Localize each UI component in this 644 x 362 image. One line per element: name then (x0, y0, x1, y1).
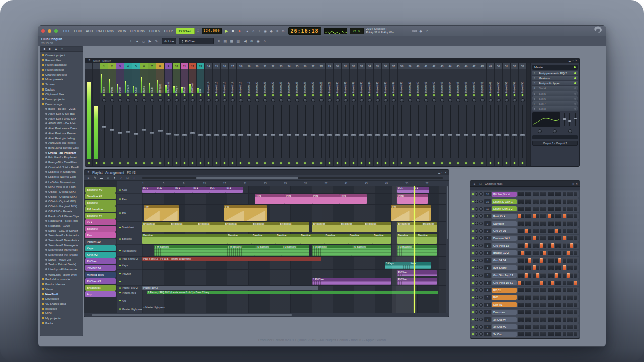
mixer-strip-17[interactable]: 17Insert 17 (229, 63, 237, 166)
step-4[interactable] (528, 258, 531, 263)
step-9[interactable] (548, 221, 551, 226)
playlist-titlebar[interactable]: ≡ Playlist - Arrangement - FX #3 ▁□✕ (84, 170, 449, 175)
step-4[interactable] (528, 199, 531, 204)
mixer-strip-number[interactable]: 17 (229, 63, 236, 69)
mixer-fader[interactable] (293, 104, 301, 159)
step-9[interactable] (548, 258, 551, 263)
step-4[interactable] (528, 295, 531, 300)
close-button[interactable]: ✕ (575, 58, 577, 63)
step-8[interactable] (543, 229, 546, 233)
step-6[interactable] (536, 325, 539, 329)
channel-volume-knob[interactable] (479, 296, 483, 299)
step-1[interactable] (518, 229, 521, 233)
step-12[interactable] (558, 192, 561, 196)
mixer-mute-led[interactable] (296, 162, 298, 164)
step-16[interactable] (574, 221, 577, 226)
step-15[interactable] (570, 221, 573, 226)
step-7[interactable] (540, 236, 543, 240)
step-2[interactable] (521, 243, 524, 248)
pattern-button[interactable]: Bassline #2 (85, 193, 116, 199)
mixer-strip-number[interactable]: 28 (317, 63, 325, 69)
mixer-mute-led[interactable] (143, 162, 145, 164)
playlist-v-scrollbar[interactable] (446, 181, 449, 313)
mixer-fader[interactable] (422, 104, 430, 159)
track-enable-led[interactable] (119, 227, 121, 228)
step-3[interactable] (525, 192, 528, 196)
mixer-strip-number[interactable]: 6 (140, 63, 148, 69)
mixer-mute-led[interactable] (248, 162, 250, 164)
mixer-pan-knob[interactable] (408, 98, 412, 102)
step-3[interactable] (525, 207, 528, 211)
mixer-fader[interactable] (430, 104, 438, 159)
step-2[interactable] (521, 332, 524, 336)
step-5[interactable] (533, 221, 536, 226)
mixer-fader-handle[interactable] (327, 134, 332, 136)
step-11[interactable] (555, 325, 558, 329)
mixer-strip-39[interactable]: 39Insert 39 (406, 63, 414, 166)
step-3[interactable] (525, 214, 528, 218)
playlist-clip[interactable]: FM bassline (255, 245, 282, 256)
mixer-pan-knob[interactable] (134, 98, 138, 102)
playlist-clip[interactable]: Breakbeat (340, 222, 364, 232)
mixer-strip-number[interactable]: 48 (478, 63, 486, 69)
mixer-strip-13[interactable]: 13FX (197, 63, 205, 166)
mixer-strip-6[interactable]: 6Bass (140, 63, 148, 166)
channel-pan-knob[interactable] (475, 266, 478, 269)
mixer-strip-number[interactable]: 43 (438, 63, 446, 69)
pattern-button[interactable]: Merged clips (85, 272, 116, 278)
channel-button[interactable]: 3x Osc (492, 332, 517, 337)
close-button[interactable]: ✕ (576, 182, 578, 186)
mixer-pan-knob[interactable] (126, 98, 130, 102)
channel-button[interactable]: Gro Perc 10 61 (492, 280, 517, 285)
mixer-mute-led[interactable] (449, 162, 451, 164)
step-9[interactable] (548, 192, 551, 196)
stereo-separation-knob[interactable] (538, 129, 542, 133)
mixer-mute-led[interactable] (369, 162, 370, 164)
mixer-pan-knob[interactable] (489, 98, 493, 102)
step-11[interactable] (555, 199, 558, 204)
step-13[interactable] (563, 214, 566, 218)
mixer-current-strip[interactable] (85, 63, 93, 166)
step-5[interactable] (533, 236, 536, 240)
step-15[interactable] (570, 258, 573, 263)
channel-button[interactable]: Sampler (492, 221, 517, 226)
pattern-selector[interactable]: ▲▼ PitCher (179, 38, 214, 44)
step-11[interactable] (555, 192, 558, 196)
channel-pan-knob[interactable] (475, 318, 478, 321)
mixer-fader[interactable] (382, 104, 389, 159)
step-4[interactable] (528, 325, 531, 329)
mixer-pan-knob[interactable] (175, 98, 179, 102)
channel-enable-led[interactable] (472, 289, 474, 291)
playlist-clip[interactable]: Bassline (325, 234, 349, 244)
step-12[interactable] (558, 236, 561, 240)
blend-recording-icon[interactable]: ◆ (269, 28, 274, 34)
playlist-clip[interactable]: Kick (192, 187, 209, 193)
browser-item[interactable]: Alam Sub Funky MIX (40, 116, 83, 121)
multilink-icon[interactable]: ⊕ (281, 28, 286, 34)
playlist-h-scrollbar[interactable] (142, 177, 443, 179)
channel-enable-led[interactable] (472, 333, 474, 335)
browser-item[interactable]: OZIAS/O - Favela (40, 209, 83, 214)
playlist-clip[interactable]: Kick (142, 187, 156, 193)
step-1[interactable] (518, 288, 521, 292)
playlist-clip[interactable]: Perc (255, 194, 285, 204)
step-5[interactable] (533, 243, 536, 248)
mixer-mute-led[interactable] (200, 162, 201, 164)
mixer-pan-knob[interactable] (497, 98, 501, 102)
playlist-clip[interactable]: Bassline (349, 234, 373, 244)
mixer-mute-led[interactable] (111, 162, 113, 164)
pattern-button[interactable]: Keys (85, 245, 116, 251)
mixer-pan-knob[interactable] (167, 98, 171, 102)
eq-band-1-slider[interactable] (564, 113, 565, 126)
step-4[interactable] (528, 332, 531, 336)
step-1[interactable] (518, 273, 521, 278)
step-8[interactable] (543, 214, 546, 218)
track-header[interactable]: Breakbeat (117, 222, 142, 233)
step-12[interactable] (558, 332, 561, 336)
mixer-strip-number[interactable]: 36 (382, 63, 389, 69)
mixer-strip-9[interactable]: 9FM bass (165, 63, 173, 166)
channel-pan-knob[interactable] (475, 244, 478, 247)
step-8[interactable] (543, 199, 546, 204)
mixer-strip-47[interactable]: 47Insert 47 (470, 63, 478, 166)
mixer-fader[interactable] (334, 104, 341, 159)
